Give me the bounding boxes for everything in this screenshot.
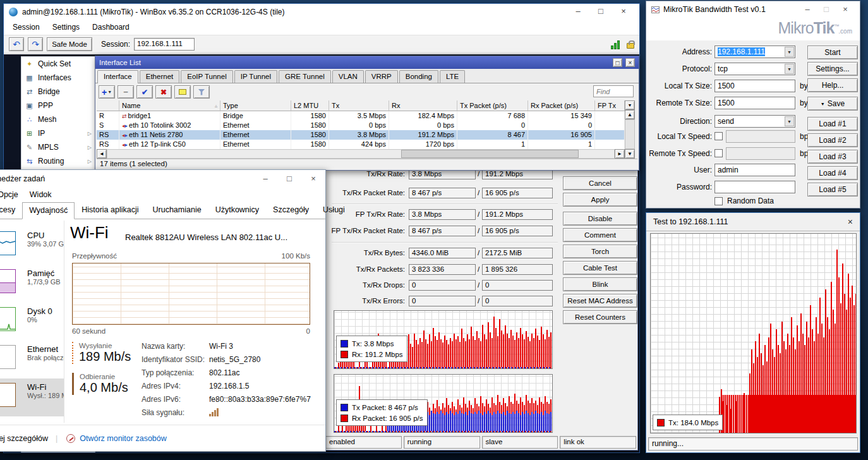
settings-button[interactable]: Settings... xyxy=(807,62,858,76)
safe-mode-button[interactable]: Safe Mode xyxy=(47,37,92,51)
task-manager-titlebar[interactable]: Menedżer zadań – □ × xyxy=(0,170,325,188)
table-row[interactable]: RS◂▸eth 12 Tp-link C50Ethernet1580424 bp… xyxy=(97,140,625,149)
sidebar-item-mpls[interactable]: ✎MPLS▷ xyxy=(21,140,95,154)
column-header-rx[interactable]: Rx xyxy=(389,100,457,111)
sidebar-item-interfaces[interactable]: ▦Interfaces xyxy=(21,71,95,85)
user-field[interactable]: admin xyxy=(714,164,795,176)
find-input[interactable] xyxy=(593,85,634,97)
redo-button[interactable]: ↷ xyxy=(28,37,43,51)
load-1-button[interactable]: Load #1 xyxy=(807,117,858,131)
remote-tx-size-field[interactable]: 1500 xyxy=(714,97,795,109)
sidebar-item-ip[interactable]: ⊞IP▷ xyxy=(21,126,95,140)
less-details-button[interactable]: Mniej szczegółów xyxy=(0,434,48,443)
blink-button[interactable]: Blink xyxy=(563,277,637,291)
apply-button[interactable]: Apply xyxy=(563,193,637,207)
cable-test-button[interactable]: Cable Test xyxy=(563,261,637,275)
torch-button[interactable]: Torch xyxy=(563,245,637,258)
perf-item-cpu[interactable]: CPU39% 3,07 GHz xyxy=(0,227,64,265)
comment-button[interactable] xyxy=(174,85,191,99)
perf-item-pami[interactable]: Pamięć1,7/3,9 GB xyxy=(0,265,64,303)
random-data-checkbox[interactable] xyxy=(714,197,723,205)
minimize-icon[interactable]: – xyxy=(798,3,817,16)
menu-settings[interactable]: Settings xyxy=(52,23,80,32)
direction-select[interactable]: send▼ xyxy=(714,115,795,128)
column-header-fp-tx[interactable]: FP Tx xyxy=(595,100,625,111)
close-icon[interactable]: × xyxy=(848,217,853,227)
perf-item-wi-fi[interactable]: Wi-FiWysł.: 189 Mb/s xyxy=(0,378,64,416)
chevron-down-icon[interactable]: ▼ xyxy=(785,116,794,126)
scrollbar-track[interactable] xyxy=(107,149,615,159)
tab-ip-tunnel[interactable]: IP Tunnel xyxy=(234,70,277,83)
tab-historia-aplikacji[interactable]: Historia aplikacji xyxy=(75,202,145,219)
bandwidth-test-titlebar[interactable]: MikroTik Bandwidth Test v0.1 – □ × xyxy=(646,1,860,18)
scroll-left-icon[interactable]: ◄ xyxy=(97,149,107,159)
tab-lte[interactable]: LTE xyxy=(440,70,465,83)
open-resource-monitor-link[interactable]: Otwórz monitor zasobów xyxy=(80,434,167,443)
column-header-tx[interactable]: Tx xyxy=(329,100,389,111)
reset-counters-button[interactable]: Reset Counters xyxy=(563,310,637,324)
sidebar-item-routing[interactable]: ⇆Routing▷ xyxy=(21,154,95,168)
column-menu-icon[interactable]: ▼ xyxy=(625,100,635,110)
tab-us-ugi[interactable]: Usługi xyxy=(316,202,352,219)
tab-ethernet[interactable]: Ethernet xyxy=(140,70,179,83)
disable-button[interactable]: Disable xyxy=(563,212,637,226)
remove-button[interactable]: − xyxy=(118,85,134,99)
session-input[interactable]: 192.168.1.111 xyxy=(134,38,195,51)
tab-szczeg-y[interactable]: Szczegóły xyxy=(266,202,316,219)
close-icon[interactable]: × xyxy=(625,58,635,67)
password-field[interactable] xyxy=(714,181,795,193)
tab-u-ytkownicy[interactable]: Użytkownicy xyxy=(208,202,266,219)
disable-button[interactable]: ✖ xyxy=(155,85,172,99)
test-window-titlebar[interactable]: Test to 192.168.1.111 × xyxy=(646,213,860,231)
local-tx-speed-checkbox[interactable] xyxy=(714,132,723,140)
perf-item-ethernet[interactable]: EthernetBrak połączenia xyxy=(0,341,64,378)
minimize-icon[interactable]: – xyxy=(567,6,589,18)
column-header-item[interactable] xyxy=(97,100,119,111)
undo-button[interactable]: ↶ xyxy=(9,37,24,51)
table-row[interactable]: S◂▸eth 10 Totolink 3002Ethernet15800 bps… xyxy=(97,121,625,130)
sidebar-item-mesh[interactable]: ∴Mesh xyxy=(21,112,95,126)
scrollbar-track[interactable] xyxy=(625,119,635,149)
table-row[interactable]: R⇄bridge1Bridge15803.5 Mbps182.4 Mbps7 6… xyxy=(97,111,625,121)
load-5-button[interactable]: Load #5 xyxy=(807,183,858,197)
save-button[interactable]: ▼Save xyxy=(807,97,858,111)
chevron-down-icon[interactable]: ▼ xyxy=(785,64,794,74)
winbox-titlebar[interactable]: admin@192.168.1.111 (MikroTik) - WinBox … xyxy=(4,4,639,20)
tab-wydajno[interactable]: Wydajność xyxy=(22,202,75,219)
remote-tx-speed-field[interactable] xyxy=(726,147,795,160)
column-header-rx-packet-p-s[interactable]: Rx Packet (p/s) xyxy=(528,100,595,111)
scroll-up-icon[interactable]: ▲ xyxy=(625,110,635,119)
menu-session[interactable]: Session xyxy=(13,23,40,32)
maximize-icon[interactable]: □ xyxy=(277,171,301,186)
tab-bonding[interactable]: Bonding xyxy=(399,70,438,83)
comment-button[interactable]: Comment xyxy=(563,228,637,242)
sidebar-item-ppp[interactable]: ▣PPP xyxy=(21,99,95,112)
table-row[interactable]: RS◂▸eth 11 Netis 2780Ethernet15803.8 Mbp… xyxy=(97,130,625,140)
column-header-type[interactable]: Type xyxy=(220,100,291,111)
load-2-button[interactable]: Load #2 xyxy=(807,133,858,147)
tab-procesy[interactable]: Procesy xyxy=(0,202,22,219)
vertical-scrollbar[interactable]: ▼ ▲ ▼ xyxy=(625,100,635,159)
sidebar-item-bridge[interactable]: ⇄Bridge xyxy=(21,85,95,99)
minimize-icon[interactable]: – xyxy=(253,171,277,186)
tab-gre-tunnel[interactable]: GRE Tunnel xyxy=(279,70,331,83)
menu-dashboard[interactable]: Dashboard xyxy=(92,23,130,32)
menu-widok[interactable]: Widok xyxy=(30,190,52,199)
column-header-name[interactable]: Name▵ xyxy=(119,100,220,111)
close-icon[interactable]: × xyxy=(613,6,634,18)
menu-opcje[interactable]: Opcje xyxy=(0,190,18,199)
local-tx-size-field[interactable]: 1500 xyxy=(714,80,795,92)
tab-interface[interactable]: Interface xyxy=(97,70,138,83)
start-button[interactable]: Start xyxy=(807,45,858,59)
chevron-down-icon[interactable]: ▼ xyxy=(785,47,794,57)
scroll-down-icon[interactable]: ▼ xyxy=(625,149,635,159)
interface-list-titlebar[interactable]: Interface List □ × xyxy=(95,56,639,69)
tab-uruchamianie[interactable]: Uruchamianie xyxy=(146,202,208,219)
horizontal-scrollbar[interactable]: ◄ ► xyxy=(97,149,625,159)
filter-button[interactable] xyxy=(193,85,210,99)
column-header-tx-packet-p-s[interactable]: Tx Packet (p/s) xyxy=(457,100,528,111)
close-icon[interactable]: × xyxy=(301,171,325,186)
tab-eoip-tunnel[interactable]: EoIP Tunnel xyxy=(181,70,232,83)
address-select[interactable]: 192.168.1.111▼ xyxy=(714,45,795,58)
local-tx-speed-field[interactable] xyxy=(726,130,795,143)
